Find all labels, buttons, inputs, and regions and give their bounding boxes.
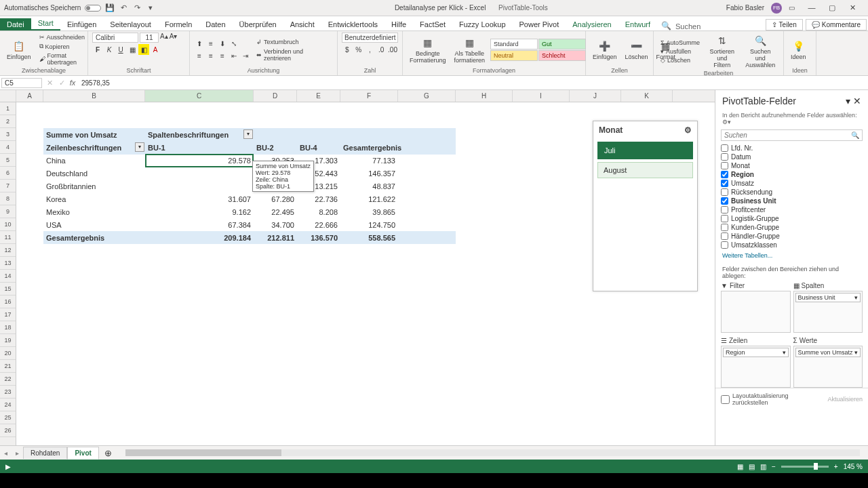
col-C[interactable]: C — [145, 90, 254, 102]
slicer-item-august[interactable]: August — [597, 162, 693, 178]
slicer-settings-icon[interactable]: ⚙ — [684, 125, 692, 135]
orient-icon[interactable]: ⤡ — [229, 39, 239, 49]
italic-icon[interactable]: K — [104, 44, 115, 55]
row-20[interactable]: 20 — [0, 347, 16, 360]
row-4[interactable]: 4 — [0, 141, 16, 154]
field-cb-4[interactable] — [721, 180, 728, 187]
autosave-toggle[interactable] — [85, 5, 101, 12]
field-cb-11[interactable] — [721, 241, 728, 249]
find-button[interactable]: 🔍Suchen und Auswählen — [741, 33, 779, 70]
pt-gt-1[interactable]: 212.811 — [254, 231, 297, 244]
field-cb-1[interactable] — [721, 153, 728, 161]
tab-factset[interactable]: FactSet — [413, 18, 452, 30]
tab-insert[interactable]: Einfügen — [60, 18, 103, 30]
ideas-button[interactable]: 💡Ideen — [788, 38, 809, 62]
font-select[interactable]: Calibri — [92, 33, 138, 43]
pt-row-5[interactable]: USA — [43, 218, 145, 231]
add-sheet-icon[interactable]: ⊕ — [99, 448, 117, 458]
align-left-icon[interactable]: ≡ — [194, 51, 205, 62]
indent-inc-icon[interactable]: ⇥ — [240, 51, 251, 62]
row-9[interactable]: 9 — [0, 205, 16, 218]
zoom-out-icon[interactable]: − — [772, 463, 776, 470]
field-11[interactable]: Umsatzklassen — [721, 241, 863, 249]
cancel-icon[interactable]: ✕ — [43, 79, 56, 87]
tab-layout[interactable]: Seitenlayout — [103, 18, 158, 30]
fill-button[interactable]: ▾ Ausfüllen — [658, 47, 703, 56]
comments-button[interactable]: 💬Kommentare — [806, 19, 867, 30]
more-tables[interactable]: Weitere Tabellen... — [715, 249, 868, 262]
field-search[interactable]: 🔍 — [721, 129, 863, 141]
sort-button[interactable]: ⇅Sortieren und Filtern — [705, 33, 738, 70]
inc-font-icon[interactable]: A▴ — [160, 33, 168, 43]
field-7[interactable]: Profitcenter — [721, 205, 863, 214]
col-H[interactable]: H — [456, 90, 513, 102]
row-7[interactable]: 7 — [0, 180, 16, 192]
gear-icon[interactable]: ⚙▾ — [722, 119, 731, 125]
autosum-button[interactable]: Σ AutoSumme — [658, 39, 703, 47]
row-24[interactable]: 24 — [0, 399, 16, 411]
pt-val-3-1[interactable]: 67.280 — [254, 192, 297, 205]
underline-icon[interactable]: U — [115, 44, 126, 55]
align-center-icon[interactable]: ≡ — [205, 51, 216, 62]
view-break-icon[interactable]: ▥ — [760, 463, 766, 470]
col-B[interactable]: B — [43, 90, 145, 102]
tab-nav-prev[interactable]: ◂ — [0, 449, 12, 457]
field-cb-8[interactable] — [721, 215, 728, 222]
col-F[interactable]: F — [340, 90, 398, 102]
pt-val-5-3[interactable]: 124.750 — [340, 218, 398, 231]
row-headers[interactable]: 1234567891011121314151617181920212223242… — [0, 102, 16, 445]
selected-value[interactable]: 29.578 — [145, 154, 254, 167]
zoom-slider[interactable] — [781, 466, 829, 468]
field-9[interactable]: Kunden-Gruppe — [721, 223, 863, 232]
row-8[interactable]: 8 — [0, 192, 16, 205]
align-bot-icon[interactable]: ⬇ — [217, 39, 228, 49]
row-21[interactable]: 21 — [0, 360, 16, 373]
search-icon[interactable]: 🔍 — [657, 21, 675, 30]
ribbon-opts-icon[interactable]: ▭ — [789, 4, 795, 12]
chip-bu[interactable]: Business Unit▾ — [795, 293, 861, 302]
style-gallery[interactable]: Standard Gut Neutral Schlecht — [490, 39, 586, 61]
pt-row-3[interactable]: Korea — [43, 192, 145, 205]
tab-file[interactable]: Datei — [0, 18, 31, 30]
row-6[interactable]: 6 — [0, 167, 16, 180]
field-1[interactable]: Datum — [721, 152, 863, 161]
row-23[interactable]: 23 — [0, 386, 16, 399]
row-5[interactable]: 5 — [0, 154, 16, 167]
field-cb-6[interactable] — [721, 197, 728, 205]
font-color-icon[interactable]: A — [150, 44, 161, 55]
dec-dec-icon[interactable]: .00 — [387, 44, 398, 55]
search-label[interactable]: Suchen — [675, 22, 701, 30]
wrap-button[interactable]: ↲ Textumbruch — [254, 38, 333, 46]
pt-val-4-2[interactable]: 8.208 — [297, 205, 340, 218]
pt-row-0[interactable]: China — [43, 154, 145, 167]
field-cb-2[interactable] — [721, 162, 728, 169]
pane-close-icon[interactable]: ✕ — [853, 96, 861, 106]
align-mid-icon[interactable]: ≡ — [205, 39, 216, 49]
row-16[interactable]: 16 — [0, 296, 16, 308]
row-15[interactable]: 15 — [0, 283, 16, 296]
pane-opts-icon[interactable]: ▾ — [846, 96, 850, 106]
enter-icon[interactable]: ✓ — [56, 79, 68, 87]
align-right-icon[interactable]: ≡ — [217, 51, 228, 62]
maximize-icon[interactable]: ▢ — [822, 3, 842, 12]
tab-view[interactable]: Ansicht — [283, 18, 321, 30]
table-format-button[interactable]: ▦Als Tabelle formatieren — [452, 35, 488, 65]
view-page-icon[interactable]: ▤ — [749, 463, 755, 470]
pt-val-2-3[interactable]: 48.837 — [340, 180, 398, 192]
row-1[interactable]: 1 — [0, 102, 16, 115]
tab-nav-next[interactable]: ▸ — [12, 449, 23, 457]
field-8[interactable]: Logistik-Gruppe — [721, 214, 863, 223]
field-5[interactable]: Rücksendung — [721, 188, 863, 197]
qat-more-icon[interactable]: ▾ — [146, 3, 155, 13]
pt-val-5-2[interactable]: 22.666 — [297, 218, 340, 231]
pt-val-3-3[interactable]: 121.622 — [340, 192, 398, 205]
pt-gt-3[interactable]: 558.565 — [340, 231, 398, 244]
row-17[interactable]: 17 — [0, 308, 16, 321]
user-avatar[interactable]: FB — [771, 3, 782, 14]
pt-val-4-3[interactable]: 39.865 — [340, 205, 398, 218]
field-3[interactable]: Region — [721, 170, 863, 179]
tab-dev[interactable]: Entwicklertools — [321, 18, 384, 30]
format-painter[interactable]: 🖌 Format übertragen — [37, 52, 88, 66]
pt-bu2[interactable]: BU-2 — [254, 141, 297, 154]
pt-bu4[interactable]: BU-4 — [297, 141, 340, 154]
